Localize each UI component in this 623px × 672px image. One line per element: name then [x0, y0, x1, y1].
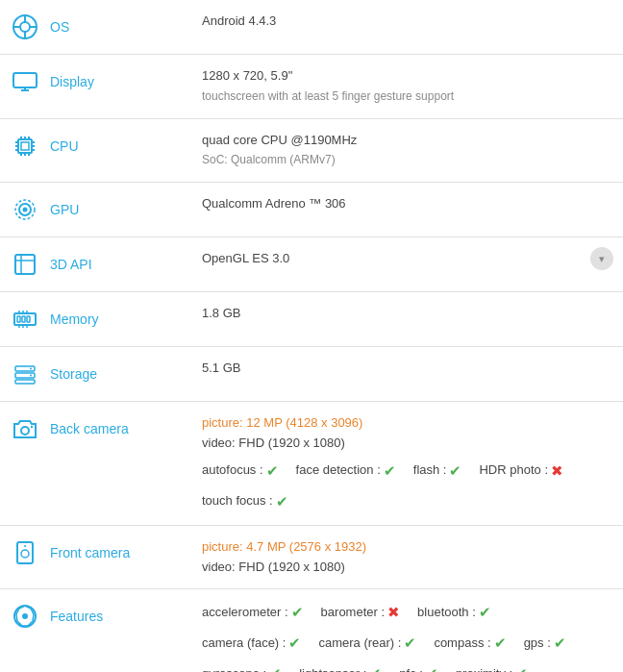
row-backcamera: Back camera picture: 12 MP (4128 x 3096)…	[0, 402, 623, 526]
svg-point-44	[21, 427, 29, 435]
feature-label: bluetooth :	[417, 603, 476, 623]
feature-label: proximity :	[456, 664, 512, 672]
svg-point-1	[20, 22, 30, 32]
label-cell-features: Features	[0, 589, 192, 672]
dropdown-button[interactable]: ▾	[590, 247, 613, 270]
check-icon: ✔	[384, 460, 396, 483]
svg-rect-32	[27, 316, 30, 322]
label-inner: Display	[10, 66, 183, 97]
feature-label: camera (face) :	[202, 634, 286, 654]
svg-point-48	[24, 545, 26, 547]
svg-point-42	[30, 368, 32, 370]
label-cell-memory: Memory	[0, 292, 192, 347]
value-cell-cpu: quad core CPU @1190MHz SoC: Qualcomm (AR…	[192, 118, 623, 183]
label-cell-gpu: GPU	[0, 183, 192, 237]
label-inner: Features	[10, 601, 183, 632]
value-sub: touchscreen with at least 5 finger gestu…	[202, 89, 454, 103]
feature-item: gyroscope : ✔	[202, 662, 282, 672]
cpu-icon	[10, 131, 40, 162]
check-icon: ✔	[288, 632, 301, 655]
svg-rect-31	[22, 316, 25, 322]
label-cell-cpu: CPU	[0, 118, 192, 183]
label-inner: 3D API	[10, 249, 183, 280]
features-row-1: camera (face) : ✔ camera (rear) : ✔ comp…	[202, 632, 613, 655]
label-cell-frontcamera: Front camera	[0, 525, 192, 589]
row-display: Display 1280 x 720, 5.9" touchscreen wit…	[0, 55, 623, 119]
camera-icon	[10, 413, 40, 444]
front-camera-icon	[10, 537, 40, 568]
value-cell-3dapi: OpenGL ES 3.0 ▾	[192, 237, 623, 292]
feature-label: accelerometer :	[202, 603, 288, 623]
feature-label: barometer :	[321, 603, 385, 623]
value-cell-memory: 1.8 GB	[192, 292, 623, 347]
feature-item: flash : ✔	[413, 460, 462, 483]
value-text: OpenGL ES 3.0	[202, 251, 289, 265]
feature-item: barometer : ✖	[321, 601, 400, 624]
feature-item: camera (rear) : ✔	[318, 632, 416, 655]
value-cell-frontcamera: picture: 4.7 MP (2576 x 1932) video: FHD…	[192, 525, 623, 589]
row-storage: Storage 5.1 GB	[0, 347, 623, 402]
value-cell-gpu: Qualcomm Adreno ™ 306	[192, 183, 623, 237]
display-icon	[10, 66, 40, 97]
feature-label: gyroscope :	[202, 664, 266, 672]
row-features: Features accelerometer : ✔ barometer : ✖…	[0, 589, 623, 672]
svg-point-43	[30, 375, 32, 377]
svg-rect-26	[15, 255, 35, 274]
svg-rect-9	[18, 139, 32, 153]
value-main: 1280 x 720, 5.9"	[202, 68, 292, 83]
gpu-icon	[10, 194, 40, 225]
label-inner: Back camera	[10, 413, 183, 444]
feature-item: touch focus : ✔	[202, 490, 288, 513]
3dapi-icon	[10, 249, 40, 280]
svg-point-25	[23, 208, 28, 212]
label-cell-3dapi: 3D API	[0, 237, 192, 292]
feature-item: compass : ✔	[434, 632, 506, 655]
svg-rect-6	[13, 73, 37, 87]
check-icon: ✔	[276, 490, 288, 513]
label-text: Features	[50, 609, 103, 624]
label-inner: Storage	[10, 359, 183, 389]
value-text: 5.1 GB	[202, 361, 240, 375]
feature-label: touch focus :	[202, 491, 273, 511]
label-text: Display	[50, 74, 94, 89]
feature-label: gps :	[524, 634, 551, 654]
label-text: 3D API	[50, 257, 92, 272]
value-text: Qualcomm Adreno ™ 306	[202, 196, 346, 211]
check-icon: ✔	[515, 662, 528, 672]
check-icon: ✔	[554, 632, 566, 655]
row-cpu: CPU quad core CPU @1190MHz SoC: Qualcomm…	[0, 118, 623, 183]
label-text: Back camera	[50, 421, 129, 436]
check-icon: ✔	[369, 662, 382, 672]
features-row-0: accelerometer : ✔ barometer : ✖ bluetoot…	[202, 601, 613, 624]
feature-item: bluetooth : ✔	[417, 601, 491, 624]
feature-item: gps : ✔	[524, 632, 566, 655]
feature-item: nfc : ✔	[399, 662, 438, 672]
row-gpu: GPU Qualcomm Adreno ™ 306	[0, 183, 623, 237]
row-frontcamera: Front camera picture: 4.7 MP (2576 x 193…	[0, 525, 623, 589]
feature-item: accelerometer : ✔	[202, 601, 304, 624]
value-cell-display: 1280 x 720, 5.9" touchscreen with at lea…	[192, 55, 623, 119]
svg-rect-10	[21, 142, 29, 150]
front-camera-picture: picture: 4.7 MP (2576 x 1932)	[202, 539, 366, 554]
feature-label: nfc :	[399, 664, 423, 672]
storage-icon	[10, 359, 40, 389]
label-inner: GPU	[10, 194, 183, 225]
label-cell-storage: Storage	[0, 347, 192, 402]
svg-point-50	[22, 613, 28, 619]
cross-icon: ✖	[551, 460, 563, 483]
check-icon: ✔	[291, 601, 304, 624]
check-icon: ✔	[269, 662, 282, 672]
feature-label: camera (rear) :	[318, 634, 401, 654]
label-inner: OS	[10, 12, 183, 42]
memory-icon	[10, 304, 40, 335]
label-text: Memory	[50, 311, 99, 327]
feature-item: autofocus : ✔	[202, 460, 279, 483]
value-cell-storage: 5.1 GB	[192, 347, 623, 402]
os-icon	[10, 12, 40, 42]
front-camera-video: video: FHD (1920 x 1080)	[202, 560, 345, 574]
check-icon: ✔	[449, 460, 461, 483]
value-cell-features: accelerometer : ✔ barometer : ✖ bluetoot…	[192, 589, 623, 672]
row-3dapi: 3D API OpenGL ES 3.0 ▾	[0, 237, 623, 292]
label-text: Front camera	[50, 545, 130, 560]
label-cell-backcamera: Back camera	[0, 402, 192, 526]
